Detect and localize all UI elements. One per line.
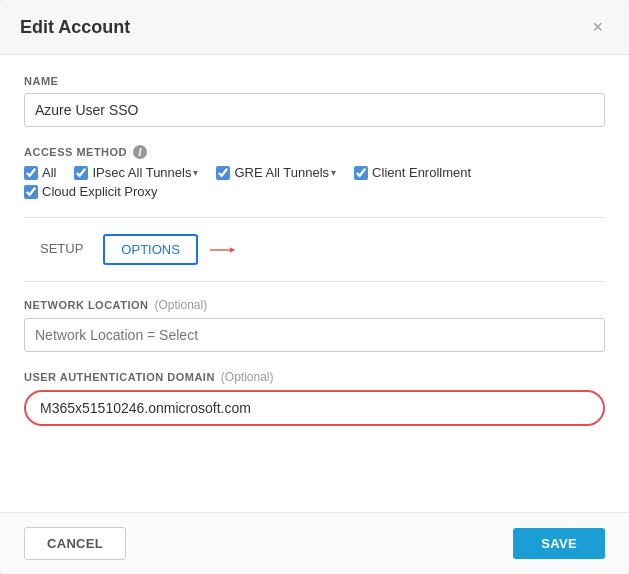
checkbox-client-enrollment[interactable]: Client Enrollment [354, 165, 471, 180]
modal-body: NAME ACCESS METHOD i All IPsec All Tunne… [0, 55, 629, 512]
name-label: NAME [24, 75, 605, 87]
svg-marker-1 [229, 247, 235, 253]
access-method-row-2: Cloud Explicit Proxy [24, 184, 605, 199]
checkbox-gre[interactable]: GRE All Tunnels ▾ [216, 165, 336, 180]
edit-account-modal: Edit Account × NAME ACCESS METHOD i All [0, 0, 629, 574]
name-input[interactable] [24, 93, 605, 127]
arrow-indicator [210, 242, 238, 258]
info-icon: i [133, 145, 147, 159]
divider [24, 217, 605, 218]
modal-header: Edit Account × [0, 0, 629, 55]
checkbox-cloud-explicit-proxy[interactable]: Cloud Explicit Proxy [24, 184, 158, 199]
user-auth-domain-group: USER AUTHENTICATION DOMAIN (Optional) [24, 370, 605, 426]
user-auth-domain-input[interactable] [24, 390, 605, 426]
network-location-label: NETWORK LOCATION (Optional) [24, 298, 605, 312]
modal-footer: CANCEL SAVE [0, 512, 629, 574]
network-location-input[interactable] [24, 318, 605, 352]
checkbox-all[interactable]: All [24, 165, 56, 180]
user-auth-domain-label: USER AUTHENTICATION DOMAIN (Optional) [24, 370, 605, 384]
cancel-button[interactable]: CANCEL [24, 527, 126, 560]
tab-options[interactable]: OPTIONS [103, 234, 198, 265]
tabs-row: SETUP OPTIONS [24, 234, 605, 265]
close-button[interactable]: × [586, 16, 609, 38]
modal-title: Edit Account [20, 17, 130, 38]
divider-2 [24, 281, 605, 282]
save-button[interactable]: SAVE [513, 528, 605, 559]
access-method-row-1: All IPsec All Tunnels ▾ GRE All Tunnels … [24, 165, 605, 180]
access-method-label: ACCESS METHOD i [24, 145, 605, 159]
access-method-group: ACCESS METHOD i All IPsec All Tunnels ▾ … [24, 145, 605, 199]
checkbox-ipsec[interactable]: IPsec All Tunnels ▾ [74, 165, 198, 180]
name-field-group: NAME [24, 75, 605, 127]
network-location-group: NETWORK LOCATION (Optional) [24, 298, 605, 352]
tab-setup[interactable]: SETUP [24, 235, 99, 264]
